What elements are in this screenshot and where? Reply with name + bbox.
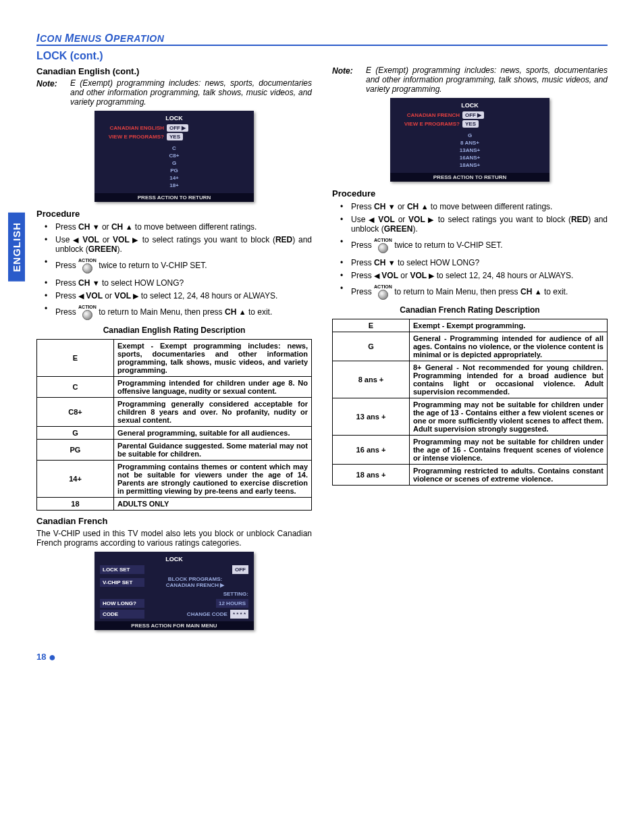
action-button-icon: ACTION	[374, 238, 392, 255]
section-header: ICON MENUS OPERATION	[36, 32, 608, 45]
ratings-table-english: EExempt - Exempt programming includes: n…	[36, 339, 312, 511]
procedure-list-left: Press CH ▼ or CH ▲ to move between diffe…	[36, 222, 312, 321]
procedure-list-right: Press CH ▼ or CH ▲ to move between diffe…	[332, 202, 608, 301]
note-french: Note: E (Exempt) programming includes: n…	[332, 66, 608, 94]
up-triangle-icon: ▲	[126, 223, 133, 231]
language-tab: ENGLISH	[8, 213, 25, 282]
table-caption-french: Canadian French Rating Description	[332, 305, 608, 315]
subhead-canadian-french: Canadian French	[36, 516, 312, 526]
action-button-icon: ACTION	[78, 305, 97, 322]
french-intro: The V-CHIP used in this TV model also le…	[36, 529, 312, 548]
note-english: Note: E (Exempt) programming includes: n…	[36, 79, 312, 107]
subhead-canadian-english: Canadian English (cont.)	[36, 66, 312, 76]
table-caption-english: Canadian English Rating Description	[36, 325, 312, 335]
osd-lock-french: LOCK CANADIAN FRENCHOFF ▶ VIEW E PROGRAM…	[390, 98, 549, 182]
page-title: LOCK (cont.)	[36, 50, 608, 62]
osd-lock-vchip: LOCK LOCK SETOFF V-CHIP SETBLOCK PROGRAM…	[95, 552, 254, 630]
osd-lock-english: LOCK CANADIAN ENGLISHOFF ▶ VIEW E PROGRA…	[95, 111, 254, 202]
right-triangle-icon: ▶	[132, 236, 138, 244]
right-column: Note: E (Exempt) programming includes: n…	[332, 63, 608, 637]
left-triangle-icon: ◀	[73, 236, 79, 244]
left-column: Canadian English (cont.) Note: E (Exempt…	[36, 63, 312, 637]
page-number: 18 ●	[36, 650, 608, 664]
action-button-icon: ACTION	[374, 284, 392, 302]
procedure-head-right: Procedure	[332, 188, 608, 199]
ratings-table-french: EExempt - Exempt programming. GGeneral -…	[332, 319, 608, 486]
down-triangle-icon: ▼	[92, 223, 100, 231]
action-button-icon: ACTION	[78, 258, 97, 276]
procedure-head-left: Procedure	[36, 209, 312, 219]
